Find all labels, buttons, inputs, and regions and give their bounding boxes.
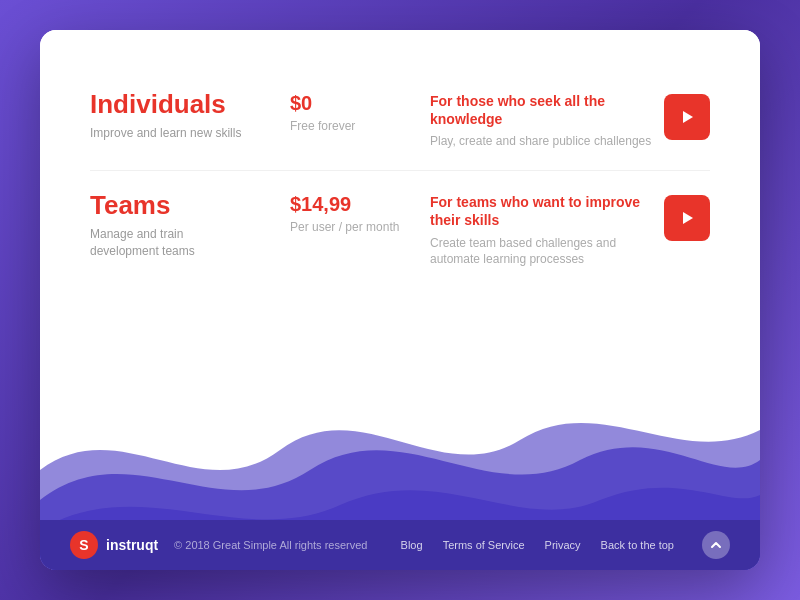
plan-price-col-teams: $14,99 Per user / per month <box>290 191 430 234</box>
plan-title-individuals: Individuals <box>90 90 290 119</box>
plan-title-teams: Teams <box>90 191 290 220</box>
logo-icon: S <box>70 531 98 559</box>
play-button-individuals[interactable] <box>664 94 710 140</box>
plan-subtitle-teams: Manage and traindevelopment teams <box>90 226 290 260</box>
footer-link-tos[interactable]: Terms of Service <box>443 539 525 551</box>
plan-title-col-teams: Teams Manage and traindevelopment teams <box>90 191 290 259</box>
footer: S instruqt © 2018 Great Simple All right… <box>40 520 760 570</box>
plan-desc-sub-teams: Create team based challenges and automat… <box>430 235 654 269</box>
plan-price-col-individuals: $0 Free forever <box>290 90 430 133</box>
plan-desc-col-teams: For teams who want to improve their skil… <box>430 191 654 268</box>
play-button-teams[interactable] <box>664 195 710 241</box>
copyright: © 2018 Great Simple All rights reserved <box>174 539 367 551</box>
svg-marker-0 <box>683 111 693 123</box>
back-to-top-button[interactable] <box>702 531 730 559</box>
plans-section: Individuals Improve and learn new skills… <box>40 30 760 350</box>
plan-price-individuals: $0 <box>290 92 430 115</box>
plan-title-col-individuals: Individuals Improve and learn new skills <box>90 90 290 141</box>
plan-price-teams: $14,99 <box>290 193 430 216</box>
plan-desc-sub-individuals: Play, create and share publice challenge… <box>430 133 654 150</box>
plan-desc-title-individuals: For those who seek all the knowledge <box>430 92 654 128</box>
logo: S instruqt <box>70 531 158 559</box>
plan-desc-title-teams: For teams who want to improve their skil… <box>430 193 654 229</box>
footer-link-backtotop[interactable]: Back to the top <box>601 539 674 551</box>
plan-price-sub-teams: Per user / per month <box>290 220 430 234</box>
plan-row-individuals: Individuals Improve and learn new skills… <box>90 70 710 171</box>
footer-link-privacy[interactable]: Privacy <box>545 539 581 551</box>
plan-desc-col-individuals: For those who seek all the knowledge Pla… <box>430 90 654 150</box>
plan-price-sub-individuals: Free forever <box>290 119 430 133</box>
plan-subtitle-individuals: Improve and learn new skills <box>90 125 290 142</box>
logo-text: instruqt <box>106 537 158 553</box>
footer-links: Blog Terms of Service Privacy Back to th… <box>401 531 730 559</box>
plan-btn-col-individuals <box>654 90 710 140</box>
plan-btn-col-teams <box>654 191 710 241</box>
footer-link-blog[interactable]: Blog <box>401 539 423 551</box>
plans-container: Individuals Improve and learn new skills… <box>90 70 710 288</box>
svg-marker-1 <box>683 212 693 224</box>
main-card: Individuals Improve and learn new skills… <box>40 30 760 570</box>
plan-row-teams: Teams Manage and traindevelopment teams … <box>90 171 710 288</box>
